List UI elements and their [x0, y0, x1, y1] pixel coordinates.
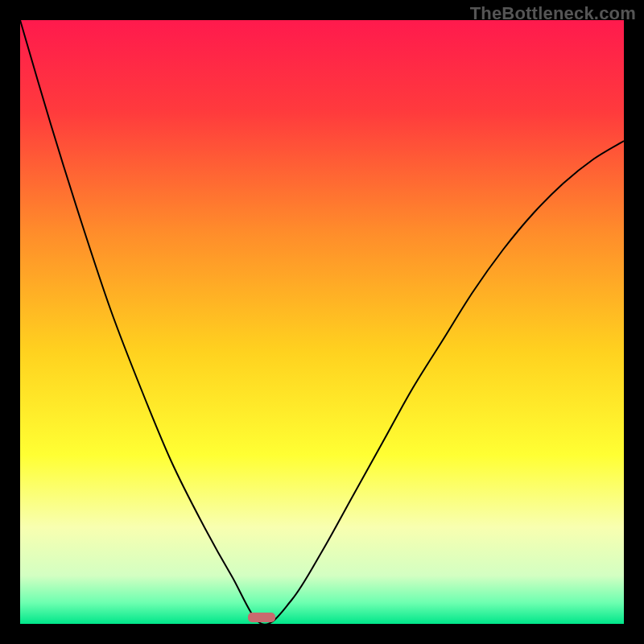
optimum-marker: [248, 613, 275, 622]
outer-frame: TheBottleneck.com: [0, 0, 644, 644]
bottleneck-plot: [20, 20, 624, 624]
plot-background: [20, 20, 624, 624]
watermark-text: TheBottleneck.com: [470, 3, 636, 24]
